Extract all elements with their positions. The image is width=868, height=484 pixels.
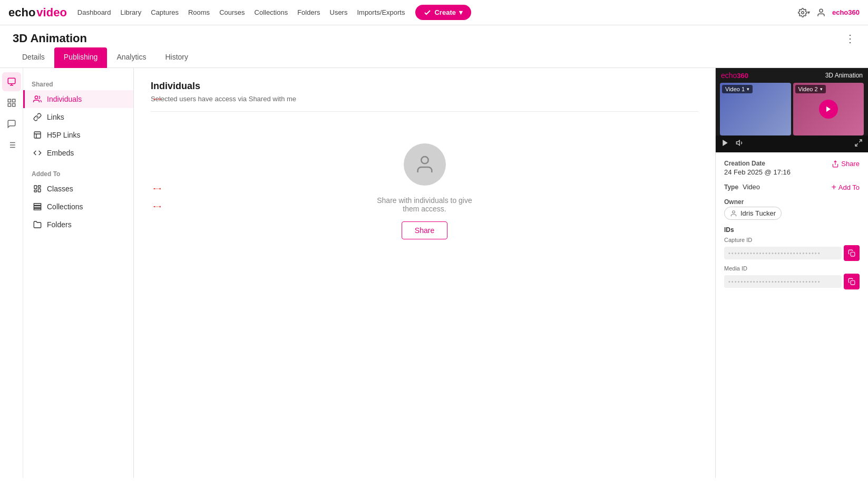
video-title-small: 3D Animation: [825, 72, 863, 79]
video-1-label: Video 1 ▾: [722, 85, 753, 93]
sidebar-item-h5p-links[interactable]: H5P Links: [23, 126, 133, 144]
page-header: 3D Animation ⋮: [0, 25, 868, 45]
svg-point-13: [35, 96, 37, 99]
publishing-sidebar: Shared Individuals Links: [23, 68, 134, 478]
share-action-button[interactable]: Share: [832, 160, 860, 168]
collections-label: Collections: [47, 202, 83, 211]
svg-point-28: [421, 157, 428, 163]
embeds-icon: [33, 149, 42, 157]
side-icon-list[interactable]: [2, 135, 21, 154]
classes-icon: [33, 185, 42, 193]
folders-label: Folders: [47, 220, 72, 229]
nav-rooms[interactable]: Rooms: [188, 8, 210, 16]
type-label: Type: [724, 183, 738, 191]
sidebar-item-links[interactable]: Links: [23, 108, 133, 126]
empty-avatar-icon: [404, 143, 446, 186]
svg-point-0: [802, 11, 804, 14]
creation-date-label: Creation Date: [724, 160, 791, 167]
tab-details[interactable]: Details: [13, 47, 54, 68]
right-panel: echo360 3D Animation Video 1 ▾ Video 2 ▾: [715, 68, 868, 478]
tab-bar: Details Publishing Analytics History: [0, 47, 868, 68]
sidebar-item-embeds[interactable]: Embeds: [23, 144, 133, 162]
logo-echo: echo: [8, 6, 35, 20]
capture-id-row: Capture ID •••••••••••••••••••••••••••••…: [724, 237, 860, 261]
nav-folders[interactable]: Folders: [297, 8, 320, 16]
media-id-label: Media ID: [724, 265, 860, 272]
svg-rect-5: [8, 104, 11, 107]
create-button[interactable]: Create ▾: [415, 5, 471, 20]
nav-imports-exports[interactable]: Imports/Exports: [357, 8, 405, 16]
side-icons: [0, 68, 23, 478]
volume-button[interactable]: [736, 139, 744, 149]
svg-line-32: [859, 140, 862, 142]
echo360-brand: echo360: [832, 8, 860, 16]
side-icon-comment[interactable]: [2, 114, 21, 133]
individuals-icon: [33, 95, 42, 103]
user-icon[interactable]: [816, 8, 826, 17]
sidebar-item-classes[interactable]: Classes: [23, 180, 133, 198]
copy-capture-id-button[interactable]: [844, 245, 860, 261]
ids-section: IDs Capture ID •••••••••••••••••••••••••…: [724, 226, 860, 294]
tab-publishing[interactable]: Publishing: [54, 47, 108, 68]
add-to-button[interactable]: + Add To: [831, 182, 860, 192]
tab-analytics[interactable]: Analytics: [107, 47, 155, 68]
h5p-links-label: H5P Links: [47, 131, 81, 139]
svg-rect-19: [38, 186, 41, 187]
side-icon-grid[interactable]: [2, 93, 21, 112]
nav-captures[interactable]: Captures: [151, 8, 179, 16]
play-button[interactable]: [721, 139, 729, 149]
creation-date-block: Creation Date 24 Feb 2025 @ 17:16: [724, 160, 791, 176]
shared-label: Shared: [23, 76, 133, 90]
side-icon-media[interactable]: [2, 72, 21, 91]
video1-chevron: ▾: [747, 86, 749, 92]
nav-collections[interactable]: Collections: [255, 8, 288, 16]
fullscreen-button[interactable]: [854, 139, 863, 149]
nav-library[interactable]: Library: [120, 8, 141, 16]
svg-point-1: [820, 9, 823, 12]
svg-point-35: [733, 210, 735, 213]
play-overlay[interactable]: [819, 100, 838, 119]
svg-rect-2: [8, 78, 15, 84]
main-layout: Shared Individuals Links: [0, 68, 868, 478]
settings-icon[interactable]: ▾: [798, 8, 810, 17]
tab-history[interactable]: History: [155, 47, 198, 68]
create-chevron-icon: ▾: [459, 8, 463, 16]
share-button[interactable]: Share: [402, 221, 447, 239]
owner-name: Idris Tucker: [740, 209, 776, 217]
empty-text: Share with individuals to givethem acces…: [377, 196, 472, 213]
owner-chip: Idris Tucker: [724, 207, 782, 220]
media-id-field: ••••••••••••••••••••••••••••••: [724, 275, 842, 288]
svg-line-33: [855, 143, 858, 146]
video-top-bar: echo360 3D Animation: [716, 68, 868, 83]
svg-rect-3: [8, 99, 11, 102]
capture-id-label: Capture ID: [724, 237, 860, 243]
nav-dashboard[interactable]: Dashboard: [77, 8, 111, 16]
capture-id-field-wrap: ••••••••••••••••••••••••••••••: [724, 245, 860, 261]
nav-right: ▾ echo360: [798, 8, 860, 17]
video-preview: echo360 3D Animation Video 1 ▾ Video 2 ▾: [716, 68, 868, 152]
svg-rect-6: [12, 104, 15, 107]
panel-info: Creation Date 24 Feb 2025 @ 17:16 Share …: [716, 152, 868, 301]
svg-rect-4: [12, 99, 15, 102]
empty-state: Share with individuals to givethem acces…: [151, 112, 698, 271]
links-icon: [33, 113, 42, 121]
nav-links: Dashboard Library Captures Rooms Courses…: [77, 8, 405, 16]
sidebar-item-folders[interactable]: Folders: [23, 216, 133, 234]
video-thumbnails: Video 1 ▾ Video 2 ▾: [716, 83, 868, 135]
individuals-label: Individuals: [47, 95, 82, 103]
nav-users[interactable]: Users: [330, 8, 348, 16]
sidebar-item-individuals[interactable]: Individuals: [23, 90, 133, 108]
type-row: Type Video + Add To: [724, 182, 860, 192]
ids-label: IDs: [724, 226, 860, 234]
individuals-title: Individuals: [151, 81, 698, 92]
video-thumb-1[interactable]: Video 1 ▾: [720, 83, 791, 135]
more-options-button[interactable]: ⋮: [845, 32, 855, 45]
nav-courses[interactable]: Courses: [219, 8, 245, 16]
media-id-row: Media ID ••••••••••••••••••••••••••••••: [724, 265, 860, 289]
sidebar-item-collections[interactable]: Collections: [23, 198, 133, 216]
owner-avatar-icon: [730, 210, 737, 217]
classes-container: Classes: [23, 180, 133, 198]
video-thumb-2[interactable]: Video 2 ▾: [793, 83, 864, 135]
copy-media-id-button[interactable]: [844, 274, 860, 289]
creation-date-value: 24 Feb 2025 @ 17:16: [724, 168, 791, 176]
